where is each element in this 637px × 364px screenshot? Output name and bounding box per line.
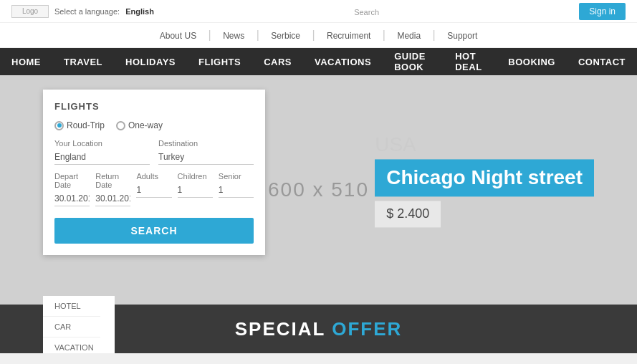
search-text: Search [354, 8, 379, 16]
nav-recruiment[interactable]: Recruiment [327, 31, 370, 41]
your-location-label: Your Location [54, 139, 150, 148]
trip-options: Roud-Trip One-way [54, 120, 254, 130]
nav-holidays[interactable]: HOLIDAYS [114, 48, 187, 75]
return-date-label: Return Date [95, 172, 130, 189]
search-button[interactable]: SEARCH [54, 218, 254, 244]
language-value: English [125, 7, 154, 16]
special-plain: SPECIAL [235, 318, 325, 340]
flights-panel: FLIGHTS Roud-Trip One-way Your Location … [43, 90, 265, 255]
hero-overlay: USA Chicago Night street $ 2.400 [375, 133, 594, 227]
language-label: Select a language: [54, 7, 120, 16]
return-date-input[interactable] [95, 191, 130, 206]
nav-about-us[interactable]: About US [160, 31, 196, 41]
nav-vacations[interactable]: VACATIONS [303, 48, 383, 75]
nav-guide-book[interactable]: GUIDE BOOK [383, 48, 444, 75]
depart-date-group: Depart Date [54, 172, 90, 206]
car-label[interactable]: CAR [43, 317, 100, 337]
top-bar: Logo Select a language: English Search S… [0, 0, 637, 23]
one-way-radio[interactable] [116, 121, 125, 130]
adults-group: Adults [136, 172, 171, 206]
nav-serbice[interactable]: Serbice [271, 31, 300, 41]
special-text: SPECIAL OFFER [235, 318, 403, 340]
children-group: Children [178, 172, 213, 206]
nav-media[interactable]: Media [397, 31, 421, 41]
senior-label: Senior [219, 172, 254, 181]
special-accent: OFFER [332, 318, 402, 340]
hero-title-box: Chicago Night street [375, 159, 594, 196]
adults-input[interactable] [136, 183, 171, 198]
depart-date-input[interactable] [54, 191, 90, 206]
destination-label: Destination [158, 139, 254, 148]
nav-news[interactable]: News [223, 31, 244, 41]
nav-support[interactable]: Support [447, 31, 477, 41]
nav-cars[interactable]: CARS [252, 48, 303, 75]
one-way-option[interactable]: One-way [116, 120, 163, 130]
hero-title: Chicago Night street [386, 166, 583, 188]
nav-booking[interactable]: BOOKING [497, 48, 567, 75]
search-area: Search [154, 5, 579, 18]
your-location-group: Your Location [54, 139, 150, 165]
hero-price-box: $ 2.400 [375, 201, 441, 227]
nav-flights[interactable]: FLIGHTS [187, 48, 252, 75]
signin-button[interactable]: Sign in [579, 3, 626, 20]
round-trip-option[interactable]: Roud-Trip [54, 120, 105, 130]
destination-input[interactable] [158, 150, 254, 165]
hero-section: 600 x 510 FLIGHTS Roud-Trip One-way Your… [0, 75, 637, 305]
children-label: Children [178, 172, 213, 181]
top-bar-left: Logo Select a language: English [11, 5, 154, 18]
destination-group: Destination [158, 139, 254, 165]
hero-country: USA [375, 133, 594, 156]
depart-date-label: Depart Date [54, 172, 90, 189]
main-nav: HOME TRAVEL HOLIDAYS FLIGHTS CARS VACATI… [0, 48, 637, 75]
dates-row: Depart Date Return Date Adults Children … [54, 172, 254, 206]
hero-price: $ 2.400 [386, 206, 429, 221]
nav-travel[interactable]: TRAVEL [52, 48, 114, 75]
senior-group: Senior [219, 172, 254, 206]
nav-contact[interactable]: CONTACT [567, 48, 637, 75]
children-input[interactable] [178, 183, 213, 198]
location-row: Your Location Destination [54, 139, 254, 165]
adults-label: Adults [136, 172, 171, 181]
senior-input[interactable] [219, 183, 254, 198]
your-location-input[interactable] [54, 150, 150, 165]
return-date-group: Return Date [95, 172, 130, 206]
nav-hot-deal[interactable]: HOT DEAL [444, 48, 497, 75]
logo: Logo [11, 5, 49, 18]
flights-panel-title: FLIGHTS [54, 101, 254, 112]
secondary-nav: About US | News | Serbice | Recruiment |… [0, 23, 637, 48]
vacation-label[interactable]: VACATION [43, 337, 100, 353]
round-trip-radio[interactable] [54, 121, 64, 130]
hotel-label[interactable]: HOTEL [43, 296, 100, 317]
nav-home[interactable]: HOME [0, 48, 52, 75]
